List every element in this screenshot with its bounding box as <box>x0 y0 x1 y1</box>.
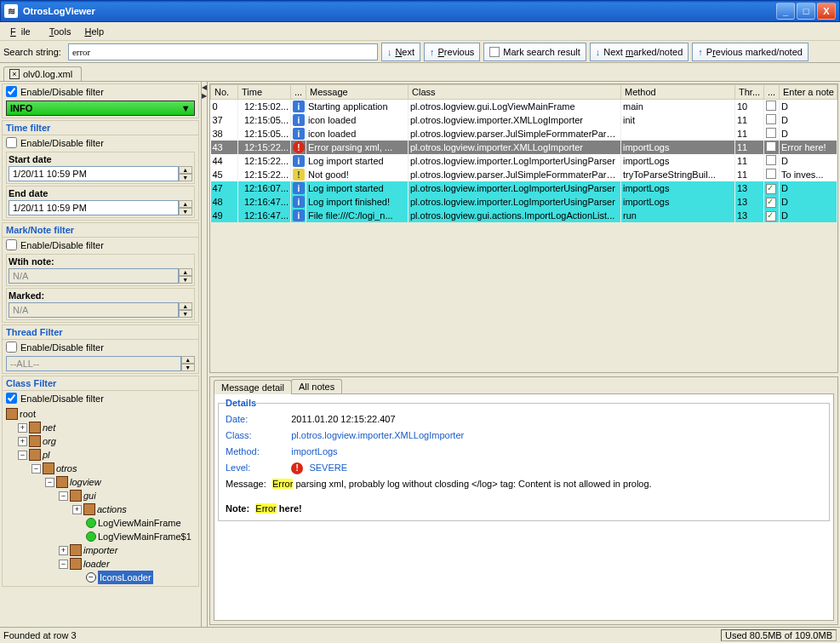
warn-icon: ! <box>293 169 305 181</box>
table-row[interactable]: 3812:15:05...iicon loadedpl.otros.logvie… <box>211 127 837 141</box>
table-row[interactable]: 3712:15:05...iicon loadedpl.otros.logvie… <box>211 113 837 127</box>
thread-filter-enable[interactable] <box>6 342 17 353</box>
tree-selected: IconsLoader <box>98 571 153 584</box>
table-row[interactable]: 4312:15:22...!Error parsing xml, ...pl.o… <box>211 141 837 154</box>
close-button[interactable]: X <box>817 3 836 20</box>
spin-up[interactable]: ▲ <box>179 166 192 174</box>
col-message[interactable]: Message <box>306 85 409 100</box>
mark-checkbox[interactable] <box>766 141 776 152</box>
menubar: File Tools Help <box>0 22 840 41</box>
col-mark[interactable]: ... <box>764 85 780 100</box>
minimize-button[interactable]: _ <box>776 3 795 20</box>
severe-icon: ! <box>291 462 303 474</box>
splitter[interactable]: ◀▶ <box>202 82 208 627</box>
class-filter-enable[interactable] <box>6 393 17 404</box>
thread-filter-title: Thread Filter <box>3 325 198 340</box>
log-table[interactable]: No. Time ... Message Class Method Thr...… <box>210 84 837 222</box>
titlebar: ≋ OtrosLogViewer _ □ X <box>0 0 840 22</box>
withnote-input <box>9 268 179 284</box>
search-label: Search string: <box>3 47 61 57</box>
marknote-title: Mark/Note filter <box>3 223 198 238</box>
level-filter-enable[interactable] <box>6 86 17 97</box>
mark-checkbox[interactable] <box>766 100 776 111</box>
level-combo[interactable]: INFO▼ <box>6 100 195 116</box>
time-filter-title: Time filter <box>3 121 198 135</box>
mark-checkbox[interactable] <box>766 184 776 194</box>
info-icon: i <box>293 128 305 140</box>
mark-checkbox[interactable] <box>766 128 776 138</box>
menu-help[interactable]: Help <box>79 25 109 38</box>
table-row[interactable]: 4912:16:47...iFile file:///C:/logi_n...p… <box>211 209 837 222</box>
class-tree[interactable]: root + net + org − pl − otros − logview … <box>3 405 198 586</box>
marked-input <box>9 302 179 318</box>
app-icon: ≋ <box>4 4 18 18</box>
package-icon <box>6 408 18 420</box>
col-time[interactable]: Time <box>238 85 291 100</box>
start-date-input[interactable] <box>9 166 179 181</box>
marked-label: Marked: <box>9 290 192 301</box>
details-legend: Details <box>226 398 256 408</box>
info-icon: i <box>293 114 305 126</box>
spin-down[interactable]: ▼ <box>179 208 192 215</box>
col-no[interactable]: No. <box>211 85 238 100</box>
col-note[interactable]: Enter a note <box>780 85 837 100</box>
search-input[interactable] <box>68 43 378 60</box>
tab-message-detail[interactable]: Message detail <box>214 380 292 394</box>
info-icon: i <box>293 196 305 208</box>
next-marked-button[interactable]: ↓Next marked/noted <box>590 43 689 61</box>
class-icon <box>86 518 96 528</box>
log-table-container: No. Time ... Message Class Method Thr...… <box>209 83 838 373</box>
col-class[interactable]: Class <box>409 85 621 100</box>
spin-down[interactable]: ▼ <box>179 174 192 181</box>
class-filter-title: Class Filter <box>3 376 198 391</box>
prev-marked-button[interactable]: ↑Previous marked/noted <box>692 43 809 61</box>
table-row[interactable]: 4512:15:22...!Not good!pl.otros.logview.… <box>211 168 837 181</box>
tab-close-icon[interactable]: × <box>9 69 20 79</box>
previous-button[interactable]: ↑Previous <box>424 43 480 61</box>
table-row[interactable]: 4812:16:47...iLog import finished!pl.otr… <box>211 195 837 209</box>
mark-checkbox[interactable] <box>766 114 776 124</box>
tab-all-notes[interactable]: All notes <box>291 379 342 393</box>
window-title: OtrosLogViewer <box>23 6 776 16</box>
filter-sidebar: Enable/Disable filter INFO▼ Time filter … <box>0 82 202 627</box>
next-button[interactable]: ↓Next <box>381 43 420 61</box>
start-date-label: Start date <box>9 154 192 164</box>
expand-icon[interactable]: + <box>18 423 27 433</box>
sev-icon: ! <box>293 141 305 153</box>
info-icon: i <box>293 100 305 112</box>
table-row[interactable]: 4412:15:22...iLog import startedpl.otros… <box>211 154 837 168</box>
end-date-label: End date <box>9 188 192 198</box>
statusbar: Founded at row 3 Used 80.5MB of 109.0MB <box>0 627 840 642</box>
status-memory: Used 80.5MB of 109.0MB <box>721 629 837 641</box>
col-level[interactable]: ... <box>291 85 306 100</box>
marknote-enable[interactable] <box>6 239 17 250</box>
status-left: Founded at row 3 <box>3 630 721 640</box>
end-date-input[interactable] <box>9 200 179 215</box>
tab-label: olv0.log.xml <box>23 69 72 79</box>
col-method[interactable]: Method <box>621 85 735 100</box>
info-icon: i <box>293 182 305 194</box>
table-row[interactable]: 4712:16:07...iLog import startedpl.otros… <box>211 181 837 195</box>
menu-file[interactable]: File <box>5 25 41 38</box>
detail-panel: Message detail All notes Details Date: 2… <box>209 376 838 625</box>
search-toolbar: Search string: ↓Next ↑Previous Mark sear… <box>0 41 840 63</box>
info-icon: i <box>293 210 305 221</box>
mark-checkbox[interactable] <box>766 211 776 221</box>
document-tabs: × olv0.log.xml <box>0 63 840 82</box>
thread-input <box>6 356 181 371</box>
maximize-button[interactable]: □ <box>797 3 815 20</box>
mark-checkbox[interactable] <box>766 155 776 165</box>
info-icon: i <box>293 155 305 167</box>
col-thread[interactable]: Thr... <box>735 85 764 100</box>
mark-checkbox[interactable] <box>766 198 776 208</box>
spin-up[interactable]: ▲ <box>179 200 192 208</box>
mark-result-checkbox[interactable]: Mark search result <box>483 43 586 61</box>
table-row[interactable]: 012:15:02...iStarting applicationpl.otro… <box>211 100 837 114</box>
mark-checkbox[interactable] <box>766 169 776 179</box>
tab-olv0[interactable]: × olv0.log.xml <box>3 66 82 81</box>
time-filter-enable[interactable] <box>6 137 17 148</box>
class-excluded-icon: − <box>86 572 96 583</box>
menu-tools[interactable]: Tools <box>44 25 77 38</box>
withnote-label: Wtih note: <box>9 256 192 267</box>
